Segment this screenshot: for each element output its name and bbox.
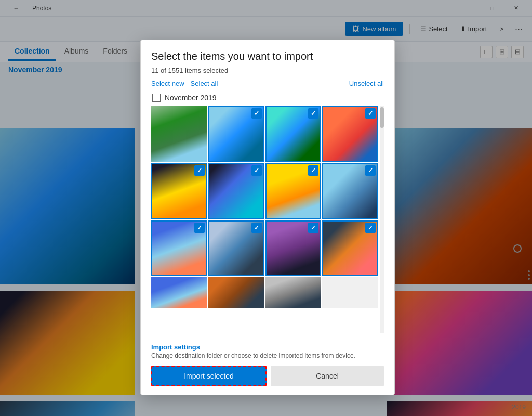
import-selected-button[interactable]: Import selected	[151, 366, 267, 386]
dialog-scrollbar[interactable]	[380, 106, 384, 333]
photo-check-7: ✓	[308, 165, 318, 176]
dialog-body: Select the items you want to import 11 o…	[141, 40, 394, 395]
photo-cell-5[interactable]: ✓	[151, 163, 207, 219]
import-settings-desc: Change destination folder or choose to d…	[151, 352, 384, 359]
photo-partial-row	[151, 277, 378, 333]
photo-cell-6[interactable]: ✓	[208, 163, 264, 219]
photo-cell-2[interactable]: ✓	[208, 106, 264, 162]
photo-check-2: ✓	[251, 108, 262, 119]
photo-check-3: ✓	[308, 108, 318, 119]
photo-cell-10[interactable]: ✓	[208, 220, 264, 276]
photo-cell-3[interactable]: ✓	[265, 106, 321, 162]
month-label: November 2019	[165, 94, 217, 102]
dialog-title: Select the items you want to import	[151, 50, 384, 62]
photo-cell-11[interactable]: ✓	[265, 220, 321, 276]
photo-check-5: ✓	[194, 165, 205, 176]
month-header: November 2019	[151, 94, 384, 102]
dialog-scrollbar-thumb[interactable]	[380, 107, 384, 128]
select-new-link[interactable]: Select new	[151, 80, 184, 87]
photo-check-6: ✓	[251, 165, 262, 176]
photo-check-9: ✓	[194, 223, 205, 233]
month-checkbox[interactable]	[152, 94, 161, 102]
photo-grid: ✓ ✓ ✓ ✓ ✓	[151, 106, 378, 276]
select-all-link[interactable]: Select all	[191, 80, 218, 87]
photo-cell-16[interactable]	[322, 277, 378, 333]
unselect-all-link[interactable]: Unselect all	[349, 80, 384, 87]
photo-cell-4[interactable]: ✓	[322, 106, 378, 162]
dialog-links-left: Select new Select all	[151, 80, 218, 87]
import-settings: Import settings Change destination folde…	[151, 339, 384, 359]
photo-cell-9[interactable]: ✓	[151, 220, 207, 276]
cancel-button[interactable]: Cancel	[271, 366, 384, 386]
dialog-subtitle: 11 of 1551 items selected	[151, 67, 384, 74]
photo-cell-13[interactable]	[151, 277, 207, 333]
photo-cell-7[interactable]: ✓	[265, 163, 321, 219]
dialog-links: Select new Select all Unselect all	[151, 80, 384, 87]
dialog-footer: Import selected Cancel	[151, 366, 384, 386]
photo-cell-15[interactable]	[265, 277, 321, 333]
photo-check-8: ✓	[365, 165, 376, 176]
import-dialog: Select the items you want to import 11 o…	[140, 40, 395, 395]
photo-check-10: ✓	[251, 223, 262, 233]
photo-check-4: ✓	[365, 108, 376, 119]
photo-check-11: ✓	[308, 223, 318, 233]
import-settings-link[interactable]: Import settings	[151, 343, 384, 351]
photo-cell-14[interactable]	[208, 277, 264, 333]
photo-cell-8[interactable]: ✓	[322, 163, 378, 219]
photo-cell-12[interactable]: ✓	[322, 220, 378, 276]
photo-cell-1[interactable]	[151, 106, 207, 162]
photo-check-12: ✓	[365, 223, 376, 233]
